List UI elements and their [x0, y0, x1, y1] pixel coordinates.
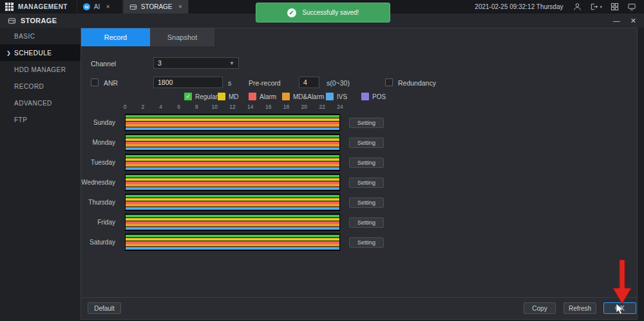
minimize-icon[interactable]: — [613, 17, 620, 25]
tab-storage[interactable]: STORAGE ✕ [123, 0, 189, 14]
sidebar-item-label: RECORD [14, 83, 44, 90]
channel-label: Channel [91, 60, 116, 68]
legend-md[interactable]: MD [218, 93, 239, 100]
legend-checkbox-pos[interactable] [361, 93, 369, 100]
schedule-bar-friday[interactable] [125, 214, 340, 231]
timeline-tick: 4 [159, 104, 162, 110]
schedule-row-monday: MondaySetting [81, 134, 384, 151]
legend-label: IVS [337, 93, 347, 100]
redundancy-checkbox[interactable] [385, 78, 393, 86]
setting-button-saturday[interactable]: Setting [349, 237, 384, 248]
schedule-stripe [126, 244, 339, 246]
setting-button-sunday[interactable]: Setting [349, 118, 384, 128]
video-wall-icon[interactable] [611, 3, 619, 11]
schedule-stripe [126, 235, 339, 237]
setting-button-wednesday[interactable]: Setting [349, 178, 384, 188]
schedule-stripe [126, 135, 339, 138]
user-icon[interactable] [573, 3, 582, 11]
day-label: Monday [81, 139, 115, 146]
anr-input[interactable]: 1800 [153, 77, 223, 88]
ai-icon: AI [83, 3, 90, 10]
legend-checkbox-md[interactable] [218, 93, 225, 100]
legend-checkbox-ivs[interactable] [326, 93, 334, 100]
prerecord-unit: s(0~30) [327, 79, 350, 87]
sidebar-active-arrow-icon: ❯ [6, 50, 11, 56]
anr-checkbox[interactable] [91, 78, 99, 86]
schedule-stripe [126, 164, 339, 167]
setting-button-thursday[interactable]: Setting [349, 197, 384, 208]
legend-regular[interactable]: ✓Regular [184, 93, 218, 100]
schedule-bar-sunday[interactable] [125, 114, 340, 131]
schedule-bar-wednesday[interactable] [125, 174, 340, 191]
day-label: Thursday [81, 199, 115, 206]
schedule-bar-thursday[interactable] [125, 194, 340, 211]
schedule-stripe [126, 124, 339, 127]
timeline-tick: 20 [301, 104, 307, 110]
sidebar-item-ftp[interactable]: FTP [0, 111, 80, 128]
day-label: Tuesday [81, 159, 115, 166]
timeline-tick: 14 [247, 104, 253, 110]
setting-button-friday[interactable]: Setting [349, 217, 384, 228]
legend-checkbox-regular[interactable]: ✓ [184, 93, 192, 100]
schedule-stripe [126, 181, 339, 184]
sidebar-item-basic[interactable]: BASIC [0, 28, 80, 44]
schedule-stripe [126, 127, 339, 130]
legend-checkbox-md-alarm[interactable] [282, 93, 290, 100]
tab-ai-close-icon[interactable]: ✕ [106, 4, 110, 10]
storage-drive-icon [129, 3, 137, 11]
anr-unit: s [228, 79, 231, 87]
timeline-tick: 6 [177, 104, 180, 110]
tab-storage-label: STORAGE [141, 3, 173, 10]
sidebar-item-record[interactable]: RECORD [0, 78, 80, 95]
tab-ai[interactable]: AI AI ✕ [77, 0, 123, 14]
timeline-tick: 2 [141, 104, 144, 110]
channel-select[interactable]: 3 ▼ [153, 57, 239, 69]
copy-button[interactable]: Copy [524, 302, 556, 314]
legend-md-alarm[interactable]: MD&Alarm [282, 93, 324, 100]
chevron-down-icon: ▾ [600, 5, 602, 10]
legend-ivs[interactable]: IVS [326, 93, 347, 100]
sidebar-item-hdd-manager[interactable]: HDD MANAGER [0, 61, 80, 78]
schedule-stripe [126, 161, 339, 164]
timeline-tick: 0 [124, 104, 127, 110]
schedule-bar-saturday[interactable] [125, 234, 340, 251]
sidebar-item-advanced[interactable]: ADVANCED [0, 95, 80, 111]
logout-icon[interactable]: ▾ [590, 3, 602, 11]
timeline-tick: 8 [195, 104, 198, 110]
tab-snapshot[interactable]: Snapshot [150, 28, 214, 46]
schedule-stripe [126, 158, 339, 161]
tab-storage-close-icon[interactable]: ✕ [178, 4, 183, 10]
schedule-stripe [126, 175, 339, 178]
redundancy-label: Redundancy [398, 79, 436, 87]
display-icon[interactable] [627, 3, 636, 11]
toast-message: Successfully saved! [303, 9, 359, 16]
screen: { "topbar": { "brand": "MANAGEMENT", "ta… [0, 0, 644, 321]
legend-checkbox-alarm[interactable] [249, 93, 256, 100]
apps-grid-icon[interactable] [5, 3, 14, 11]
anr-label: ANR [104, 79, 118, 87]
sidebar-item-label: FTP [14, 116, 27, 124]
refresh-button[interactable]: Refresh [564, 302, 596, 314]
schedule-stripe [126, 238, 339, 241]
legend-alarm[interactable]: Alarm [249, 93, 276, 100]
schedule-stripe [126, 187, 339, 190]
prerecord-input[interactable]: 4 [299, 77, 319, 88]
close-icon[interactable]: ✕ [630, 17, 636, 25]
tab-record[interactable]: Record [81, 28, 150, 46]
sidebar-item-schedule[interactable]: ❯SCHEDULE [0, 44, 80, 61]
schedule-bar-tuesday[interactable] [125, 154, 340, 171]
default-button[interactable]: Default [88, 302, 121, 314]
legend-pos[interactable]: POS [361, 93, 386, 100]
setting-button-tuesday[interactable]: Setting [349, 158, 384, 168]
legend-label: Alarm [260, 93, 276, 100]
ok-button[interactable]: OK [603, 302, 636, 314]
top-bar-brand: MANAGEMENT [0, 0, 77, 14]
timeline-tick: 16 [265, 104, 271, 110]
schedule-stripe [126, 218, 339, 221]
schedule-bar-monday[interactable] [125, 134, 340, 151]
schedule-stripe [126, 221, 339, 224]
top-bar-icons: ▾ [573, 0, 644, 14]
timeline-tick: 18 [283, 104, 289, 110]
setting-button-monday[interactable]: Setting [349, 138, 384, 148]
schedule-row-tuesday: TuesdaySetting [81, 154, 384, 171]
